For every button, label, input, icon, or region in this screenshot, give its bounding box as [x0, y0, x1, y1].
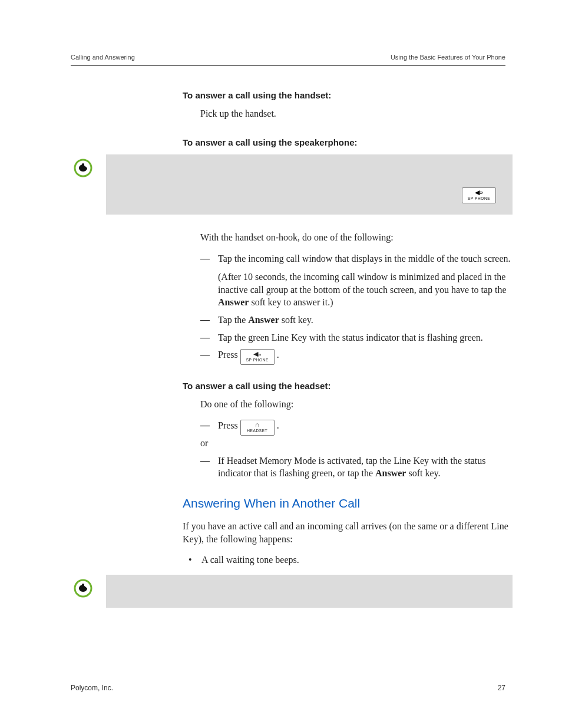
headset-icon: ∩ [244, 421, 270, 428]
bullet-call-waiting-beep: A call waiting tone beeps. [189, 554, 513, 566]
svg-rect-1 [82, 163, 84, 168]
headset-intro: Do one of the following: [200, 398, 513, 411]
running-header: Calling and Answering Using the Basic Fe… [71, 53, 505, 66]
footer-left: Polycom, Inc. [71, 683, 113, 693]
svg-rect-3 [82, 584, 84, 588]
speaker-icon: ◀» [466, 189, 492, 196]
note-block-speakerphone: ◀» SP PHONE [73, 154, 513, 215]
headset-label: HEADSET [244, 429, 270, 433]
step-tap-window-detail: (After 10 seconds, the incoming call win… [218, 271, 513, 309]
speaker-icon: ◀» [244, 351, 270, 357]
step-headset-memory-mode: If Headset Memory Mode is activated, tap… [200, 454, 513, 480]
note-icon [73, 158, 93, 182]
heading-headset: To answer a call using the headset: [183, 380, 513, 392]
sp-phone-label: SP PHONE [466, 197, 492, 201]
note-icon [73, 578, 93, 602]
step-press-spphone: Press ◀» SP PHONE . [200, 348, 513, 365]
sp-phone-key-large: ◀» SP PHONE [462, 187, 496, 203]
step-press-headset: Press ∩ HEADSET . [200, 419, 513, 436]
note-body-another-call [106, 575, 513, 608]
speaker-intro: With the handset on-hook, do one of the … [200, 231, 513, 244]
footer-page-number: 27 [498, 683, 505, 693]
headset-steps-list-a: Press ∩ HEADSET . [200, 419, 513, 436]
headset-steps-list-b: If Headset Memory Mode is activated, tap… [200, 454, 513, 480]
step-tap-green-linekey: Tap the green Line Key with the status i… [200, 331, 513, 344]
note-body-speakerphone: ◀» SP PHONE [106, 154, 513, 215]
sp-phone-label: SP PHONE [244, 358, 270, 363]
plus-circle-icon [73, 578, 93, 598]
note-block-another-call [73, 575, 513, 608]
heading-another-call: Answering When in Another Call [183, 495, 513, 512]
plus-circle-icon [73, 158, 93, 178]
sp-phone-key-inline: ◀» SP PHONE [240, 349, 275, 365]
heading-handset: To answer a call using the handset: [183, 90, 513, 101]
speaker-steps-list: Tap the incoming call window that displa… [200, 252, 513, 365]
header-right: Using the Basic Features of Your Phone [391, 53, 505, 62]
another-call-para: If you have an active call and an incomi… [183, 520, 513, 545]
headset-or: or [200, 437, 513, 450]
another-call-bullets: A call waiting tone beeps. [189, 554, 513, 566]
heading-speakerphone: To answer a call using the speakerphone: [183, 137, 513, 149]
text-handset-body: Pick up the handset. [200, 107, 513, 120]
step-tap-incoming-window: Tap the incoming call window that displa… [200, 252, 513, 309]
header-left: Calling and Answering [71, 53, 135, 62]
headset-key-inline: ∩ HEADSET [240, 420, 275, 436]
page-footer: Polycom, Inc. 27 [71, 683, 505, 693]
step-tap-answer-softkey: Tap the Answer soft key. [200, 314, 513, 327]
